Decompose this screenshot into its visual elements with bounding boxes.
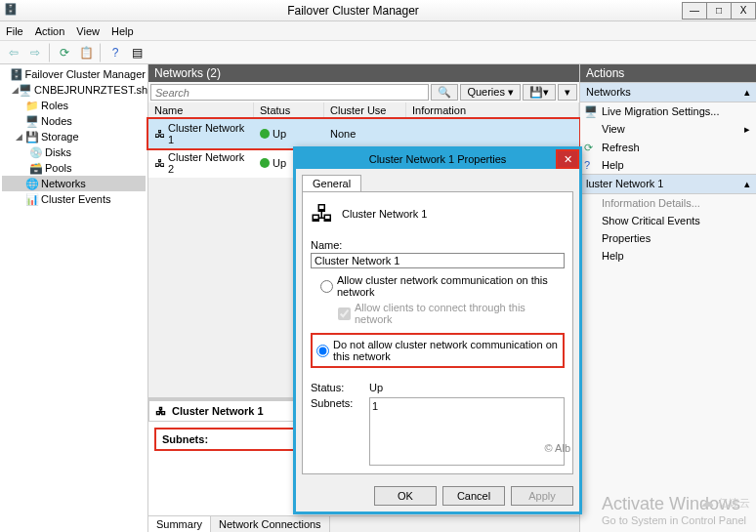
- navigation-tree[interactable]: 🗄️Failover Cluster Manager ◢🖥️CNBEJRUNRZ…: [0, 64, 148, 532]
- status-up-icon: [260, 158, 270, 168]
- tree-cluster[interactable]: ◢🖥️CNBEJRUNRZTEST.shell.com: [2, 82, 146, 98]
- col-use[interactable]: Cluster Use: [324, 102, 406, 118]
- check-clients-input: [338, 307, 351, 320]
- menu-action[interactable]: Action: [35, 25, 65, 37]
- action-refresh[interactable]: ⟳Refresh: [580, 139, 756, 156]
- toolbar: ⇦ ⇨ ⟳ 📋 ? ▤: [0, 41, 756, 64]
- maximize-button[interactable]: □: [706, 2, 732, 20]
- status-row: Status: Up: [311, 382, 565, 393]
- close-button[interactable]: X: [731, 2, 756, 20]
- dialog-title[interactable]: Cluster Network 1 Properties ✕: [296, 149, 579, 169]
- actions-section-networks: Networks▴: [580, 82, 756, 102]
- action-show-critical[interactable]: Show Critical Events: [580, 212, 756, 229]
- action-help[interactable]: ?Help: [580, 156, 756, 174]
- tree-disks[interactable]: 💿Disks: [2, 144, 146, 160]
- refresh-icon: ⟳: [584, 142, 598, 155]
- copyright: © Alb: [545, 442, 570, 454]
- minimize-button[interactable]: —: [682, 2, 707, 20]
- radio-allow[interactable]: Allow cluster network communication on t…: [311, 274, 565, 298]
- tab-general[interactable]: General: [302, 175, 361, 191]
- cancel-button[interactable]: Cancel: [442, 486, 505, 506]
- name-input[interactable]: [311, 253, 565, 268]
- collapse-icon[interactable]: ▴: [744, 178, 750, 190]
- separator: [100, 43, 102, 62]
- tree-pools[interactable]: 🗃️Pools: [2, 160, 146, 176]
- network-header: 🖧 Cluster Network 1: [311, 200, 565, 227]
- menu-view[interactable]: View: [76, 25, 100, 37]
- action-live-migration[interactable]: 🖥️Live Migration Settings...: [580, 102, 756, 120]
- help-icon[interactable]: ?: [105, 43, 125, 62]
- check-clients: Allow clients to connect through this ne…: [311, 302, 565, 325]
- refresh-icon[interactable]: ⟳: [55, 43, 74, 62]
- detail-tabs: Summary Network Connections: [148, 515, 579, 532]
- forward-button[interactable]: ⇨: [25, 43, 45, 62]
- window-title: Failover Cluster Manager: [23, 4, 683, 18]
- menu-bar: File Action View Help: [0, 21, 756, 41]
- action-properties[interactable]: Properties: [580, 229, 756, 247]
- grid-header[interactable]: Name Status Cluster Use Information: [148, 102, 579, 119]
- radio-deny[interactable]: Do not allow cluster network communicati…: [311, 333, 565, 368]
- menu-file[interactable]: File: [6, 25, 23, 37]
- network-icon: 🖧: [154, 128, 165, 140]
- network-icon: 🖧: [154, 157, 165, 169]
- subnets-listbox[interactable]: 1: [369, 397, 565, 466]
- radio-allow-input[interactable]: [320, 280, 333, 293]
- properties-dialog: Cluster Network 1 Properties ✕ General 🖧…: [293, 146, 582, 514]
- col-name[interactable]: Name: [148, 102, 254, 118]
- migration-icon: 🖥️: [584, 105, 598, 119]
- back-button[interactable]: ⇦: [4, 43, 23, 62]
- col-status[interactable]: Status: [254, 102, 324, 118]
- col-info[interactable]: Information: [406, 102, 579, 118]
- save-query-button[interactable]: 💾▾: [523, 84, 556, 101]
- tree-cluster-events[interactable]: 📊Cluster Events: [2, 191, 146, 207]
- grid-row-network1[interactable]: 🖧Cluster Network 1 Up None: [148, 119, 579, 148]
- actions-section-network1: luster Network 1▴: [580, 174, 756, 194]
- apply-button[interactable]: Apply: [511, 486, 573, 506]
- options-icon[interactable]: ▤: [127, 43, 147, 62]
- tree-networks[interactable]: 🌐Networks: [2, 176, 146, 191]
- status-up-icon: [260, 129, 270, 139]
- app-icon: 🗄️: [4, 3, 20, 19]
- title-bar: 🗄️ Failover Cluster Manager — □ X: [0, 0, 756, 21]
- separator: [49, 43, 51, 62]
- queries-dropdown[interactable]: Queries ▾: [460, 84, 521, 101]
- search-button[interactable]: 🔍: [431, 84, 458, 101]
- collapse-icon[interactable]: ▴: [744, 86, 750, 99]
- action-help2[interactable]: Help: [580, 247, 756, 265]
- actions-header: Actions: [580, 64, 756, 82]
- dialog-close-button[interactable]: ✕: [556, 149, 579, 169]
- name-label: Name:: [311, 239, 565, 251]
- networks-header: Networks (2): [148, 64, 579, 82]
- brand-watermark: ☁ 亿速云: [700, 494, 750, 511]
- action-info-details[interactable]: Information Details...: [580, 194, 756, 212]
- action-view[interactable]: View▸: [580, 120, 756, 139]
- menu-help[interactable]: Help: [111, 25, 134, 37]
- ok-button[interactable]: OK: [374, 486, 437, 506]
- radio-deny-input[interactable]: [316, 345, 329, 357]
- tree-roles[interactable]: 📁Roles: [2, 98, 146, 113]
- help-icon: ?: [584, 159, 598, 173]
- tree-root[interactable]: 🗄️Failover Cluster Manager: [2, 66, 146, 82]
- tree-storage[interactable]: ◢💾Storage: [2, 129, 146, 144]
- search-input[interactable]: [150, 84, 429, 101]
- subnets-label: Subnets:: [311, 397, 369, 466]
- tab-network-connections[interactable]: Network Connections: [211, 516, 330, 532]
- tab-summary[interactable]: Summary: [148, 516, 211, 532]
- chevron-right-icon: ▸: [744, 123, 750, 136]
- network-icon: 🖧: [155, 405, 166, 417]
- list-options-button[interactable]: ▾: [558, 84, 577, 101]
- network-icon: 🖧: [311, 200, 334, 227]
- actions-pane: Actions Networks▴ 🖥️Live Migration Setti…: [580, 64, 756, 532]
- tree-nodes[interactable]: 🖥️Nodes: [2, 113, 146, 129]
- properties-icon[interactable]: 📋: [76, 43, 96, 62]
